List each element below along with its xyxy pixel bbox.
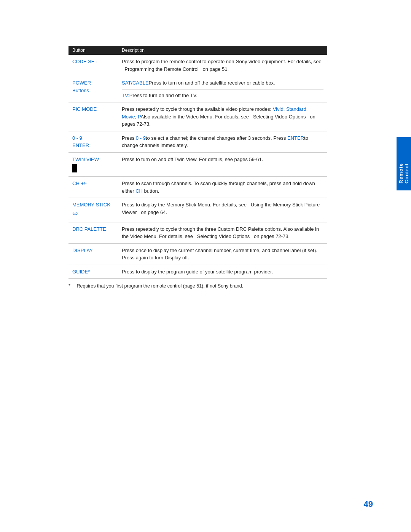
page-container: Remote Control Button Description CODE S… <box>0 0 411 532</box>
side-tab: Remote Control <box>397 137 411 190</box>
table-row: 0 - 9ENTER Press 0 - 9to select a channe… <box>68 131 327 152</box>
memory-stick-icon: ⬄ <box>72 210 78 217</box>
button-label: CODE SET <box>72 59 97 64</box>
table-header-row: Button Description <box>68 46 327 55</box>
table-row: CODE SET Press to program the remote con… <box>68 55 327 76</box>
button-label: TWIN VIEW <box>72 157 99 162</box>
table-row: GUIDE* Press to display the program guid… <box>68 265 327 279</box>
button-cell: CODE SET <box>68 55 118 76</box>
button-label: DRC PALETTE <box>72 226 106 232</box>
twin-view-icon: █ <box>72 164 77 172</box>
button-cell: DISPLAY <box>68 243 118 265</box>
button-label: CH +/- <box>72 181 87 186</box>
button-cell: TWIN VIEW █ <box>68 152 118 177</box>
main-table: Button Description CODE SET Press to pro… <box>68 46 327 279</box>
table-row: DRC PALETTE Press repeatedly to cycle th… <box>68 222 327 243</box>
button-label: MEMORY STICK <box>72 202 110 208</box>
inline-blue-enter: ENTER <box>287 135 304 141</box>
table-row: PIC MODE Press repeatedly to cycle throu… <box>68 102 327 131</box>
description-cell: Press to program the remote control to o… <box>118 55 327 76</box>
description-cell: Press to display the Memory Stick Menu. … <box>118 198 327 222</box>
footnote: * Requires that you first program the re… <box>68 283 388 289</box>
button-cell: MEMORY STICK ⬄ <box>68 198 118 222</box>
table-row: POWERButtons SAT/CABLEPress to turn on a… <box>68 76 327 102</box>
button-label: GUIDE* <box>72 269 90 275</box>
footnote-asterisk: * <box>68 283 75 289</box>
inline-blue-tv: TV: <box>122 93 129 98</box>
table-row: DISPLAY Press once to display the curren… <box>68 243 327 265</box>
inline-blue: CH <box>135 188 143 194</box>
button-cell: DRC PALETTE <box>68 222 118 243</box>
inline-blue: SAT/CABLE <box>122 80 149 86</box>
description-cell: Press repeatedly to cycle through the th… <box>118 222 327 243</box>
table-row: TWIN VIEW █ Press to turn on and off Twi… <box>68 152 327 177</box>
button-cell: PIC MODE <box>68 102 118 131</box>
button-label: DISPLAY <box>72 248 93 253</box>
description-cell: Press 0 - 9to select a channel; the chan… <box>118 131 327 152</box>
button-label: PIC MODE <box>72 106 97 112</box>
button-label: POWERButtons <box>72 80 91 93</box>
col-description-header: Description <box>118 46 327 55</box>
description-cell: Press to turn on and off Twin View. For … <box>118 152 327 177</box>
description-cell: Press once to display the current channe… <box>118 243 327 265</box>
col-button-header: Button <box>68 46 118 55</box>
footnote-text: Requires that you first program the remo… <box>76 283 243 289</box>
table-row: CH +/- Press to scan through channels. T… <box>68 177 327 198</box>
description-cell: Press to scan through channels. To scan … <box>118 177 327 198</box>
button-cell: GUIDE* <box>68 265 118 279</box>
description-line: SAT/CABLEPress to turn on and off the sa… <box>122 79 323 87</box>
description-line-2: TV:Press to turn on and off the TV. <box>122 89 323 99</box>
page-number: 49 <box>364 499 373 509</box>
table-row: MEMORY STICK ⬄ Press to display the Memo… <box>68 198 327 222</box>
inline-blue: Vivid, Standard, Movie, P <box>122 106 307 120</box>
description-cell: Press to display the program guide of yo… <box>118 265 327 279</box>
button-cell: CH +/- <box>68 177 118 198</box>
inline-blue: 0 - 9 <box>136 135 146 141</box>
button-label: 0 - 9ENTER <box>72 135 89 149</box>
description-cell: SAT/CABLEPress to turn on and off the sa… <box>118 76 327 102</box>
description-cell: Press repeatedly to cycle through the av… <box>118 102 327 131</box>
button-cell: POWERButtons <box>68 76 118 102</box>
button-cell: 0 - 9ENTER <box>68 131 118 152</box>
